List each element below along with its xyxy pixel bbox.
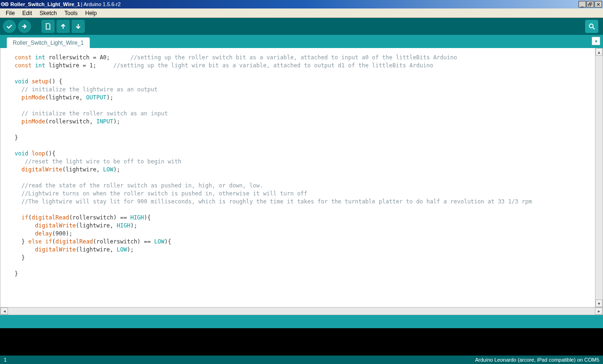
tab-strip: Roller_Switch_Light_Wire_1 ▾: [0, 35, 603, 48]
toolbar: [0, 18, 603, 35]
scroll-up-icon[interactable]: ▴: [595, 48, 603, 56]
statusbar: 1 Arduino Leonardo (arcore, iPad compati…: [0, 356, 603, 364]
save-button[interactable]: [72, 20, 85, 33]
window-title: Roller_Switch_Light_Wire_1: [10, 1, 80, 7]
menu-sketch[interactable]: Sketch: [36, 9, 61, 17]
window-titlebar: Roller_Switch_Light_Wire_1 | Arduino 1.5…: [0, 0, 603, 8]
editor-panel: const int rollerswitch = A0; //setting u…: [0, 48, 603, 315]
upload-button[interactable]: [18, 20, 31, 33]
window-controls: _ 🗗 ✕: [578, 1, 602, 8]
menu-edit[interactable]: Edit: [18, 9, 36, 17]
check-icon: [6, 23, 13, 30]
svg-line-6: [593, 27, 595, 29]
tab-sketch[interactable]: Roller_Switch_Light_Wire_1: [7, 37, 90, 49]
status-line-number: 1: [4, 357, 7, 363]
scroll-down-icon[interactable]: ▾: [595, 299, 603, 307]
magnifier-icon: [588, 23, 595, 30]
scroll-right-icon[interactable]: ▸: [595, 307, 603, 315]
status-board-info: Arduino Leonardo (arcore, iPad compatibl…: [475, 357, 599, 363]
message-area: [0, 315, 603, 328]
horizontal-scrollbar[interactable]: ◂ ▸: [0, 307, 603, 315]
arduino-logo-icon: [1, 2, 8, 7]
open-button[interactable]: [57, 20, 70, 33]
tab-dropdown-button[interactable]: ▾: [592, 37, 600, 45]
scroll-left-icon[interactable]: ◂: [0, 307, 8, 315]
right-arrow-icon: [21, 23, 28, 30]
file-icon: [44, 23, 52, 30]
close-button[interactable]: ✕: [595, 1, 602, 8]
minimize-button[interactable]: _: [579, 1, 586, 8]
maximize-button[interactable]: 🗗: [587, 1, 594, 8]
window-title-suffix: | Arduino 1.5.6-r2: [81, 1, 121, 7]
up-arrow-icon: [59, 23, 67, 30]
down-arrow-icon: [74, 23, 82, 30]
new-button[interactable]: [41, 20, 55, 33]
verify-button[interactable]: [3, 20, 16, 33]
code-editor[interactable]: const int rollerswitch = A0; //setting u…: [0, 48, 603, 307]
menu-help[interactable]: Help: [81, 9, 101, 17]
vertical-scrollbar[interactable]: ▴ ▾: [595, 48, 603, 307]
menubar: File Edit Sketch Tools Help: [0, 8, 603, 18]
console-output[interactable]: [0, 328, 603, 356]
serial-monitor-button[interactable]: [585, 20, 598, 33]
svg-point-5: [589, 24, 593, 28]
menu-file[interactable]: File: [2, 9, 18, 17]
menu-tools[interactable]: Tools: [61, 9, 81, 17]
